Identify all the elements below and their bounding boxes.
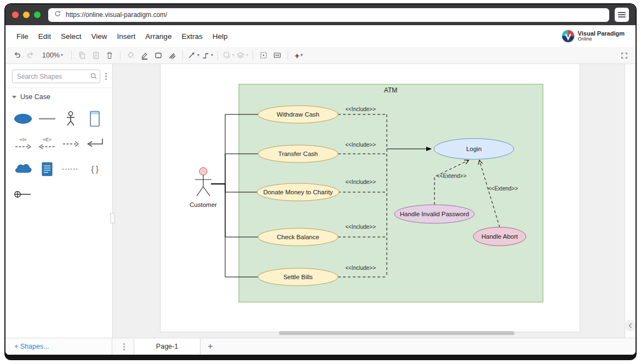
search-icon[interactable] [90,72,98,82]
svg-text:<<Extend>>: <<Extend>> [488,186,518,192]
shape-system-boundary[interactable] [83,109,107,129]
fullscreen-button[interactable] [618,49,630,62]
shape-provided-interface[interactable] [11,184,35,204]
layers-button[interactable]: ▾ [236,49,248,62]
collapse-panel-button[interactable] [625,320,636,331]
panel-options-icon[interactable] [103,72,109,81]
system-boundary-icon [84,111,105,127]
menu-extras[interactable]: Extras [181,32,202,41]
format-painter-button[interactable] [166,49,178,62]
shape-usecase-oval[interactable] [11,109,35,129]
actual-size-button[interactable] [271,49,283,62]
add-page-button[interactable]: + [201,338,220,355]
shadow-button[interactable]: ▾ [222,49,234,62]
menu-edit[interactable]: Edit [38,32,51,41]
shape-note[interactable] [35,159,59,179]
usecase-transfer-cash[interactable]: Transfer Cash [258,145,338,163]
usecase-withdraw-cash[interactable]: Withdraw Cash [258,106,338,123]
shapes-panel-footer: + Shapes... [5,338,112,355]
usecase-settle-bills[interactable]: Settle Bills [258,268,338,286]
fit-page-button[interactable] [257,49,270,62]
caret-down-icon: ▾ [246,53,248,57]
caret-down-icon: ▾ [300,53,302,57]
menu-help[interactable]: Help [213,32,228,41]
more-shapes-link[interactable]: + Shapes... [14,343,49,350]
diagram-page[interactable]: ATM Customer [160,64,580,332]
svg-text:<<Include>>: <<Include>> [345,142,376,148]
caret-down-icon: ▾ [61,53,63,57]
panel-resize-handle[interactable] [110,213,115,223]
menu-select[interactable]: Select [61,32,82,41]
menu-arrange[interactable]: Arrange [145,32,171,41]
browser-chrome: https://online.visual-paradigm.com/ [5,4,636,25]
section-use-case[interactable]: Use Case [5,88,112,105]
delete-button[interactable] [104,49,116,62]
horizontal-scrollbar[interactable] [279,331,514,335]
diagram-canvas[interactable]: ATM Customer [113,64,625,338]
line-color-button[interactable] [139,49,151,62]
shape-dotted-line[interactable] [59,159,83,179]
shape-association-line[interactable] [35,109,59,129]
caret-down-icon: ▾ [232,53,234,57]
menu-file[interactable]: File [16,32,28,41]
shape-anchor[interactable] [83,134,107,154]
browser-menu-button[interactable] [615,8,629,22]
plus-icon: + [208,341,213,352]
shape-include-relationship[interactable]: «I» [11,134,35,154]
actor-customer[interactable]: Customer [190,167,217,208]
redo-button[interactable] [25,49,37,62]
close-window-button[interactable] [12,11,19,18]
document-icon [91,51,100,60]
extend-arrow-icon: «E» [37,136,58,152]
visual-paradigm-logo-icon [561,29,575,43]
shape-style-button[interactable] [152,49,164,62]
anchor-arrow-icon [84,136,105,152]
arrow-style-button[interactable]: ▾ [187,49,199,62]
menu-bar: File Edit Select View Insert Arrange Ext… [5,25,636,47]
pin-icon [13,186,33,203]
svg-text:Check Balance: Check Balance [277,234,319,240]
usecase-handle-invalid-password[interactable]: Handle Invalid Password [394,205,474,223]
search-shapes-input[interactable] [12,70,100,83]
copy-button[interactable] [76,49,88,62]
page-list-handle[interactable] [112,338,134,355]
shape-dependency[interactable] [59,134,83,154]
zoom-select[interactable]: 100% ▾ [38,49,67,62]
undo-button[interactable] [11,49,23,62]
usecase-login[interactable]: Login [434,138,514,159]
shape-extend-relationship[interactable]: «E» [35,134,59,154]
zoom-window-button[interactable] [34,11,41,18]
usecase-donate-money[interactable]: Donate Money to Charity [257,183,339,201]
minimize-window-button[interactable] [23,11,30,18]
url-text: https://online.visual-paradigm.com/ [66,11,167,19]
drag-handle-icon [121,342,127,351]
collapse-caret-icon [12,96,16,99]
undo-icon [13,51,21,60]
page-tab-active[interactable]: Page-1 [134,338,201,355]
shape-collaboration[interactable] [11,159,35,179]
usecase-check-balance[interactable]: Check Balance [258,228,338,246]
window-controls [12,11,41,18]
reload-icon[interactable] [54,10,61,20]
address-bar[interactable]: https://online.visual-paradigm.com/ [48,8,609,22]
toolbar: 100% ▾ [5,47,636,64]
menu-insert[interactable]: Insert [117,32,136,41]
line-icon [37,111,58,127]
paste-button[interactable] [90,49,102,62]
hamburger-icon [618,11,626,18]
svg-text:<<Include>>: <<Include>> [345,265,376,271]
shape-palette: «I» «E» [5,105,112,209]
dashed-arrow-icon [60,136,81,152]
svg-text:<<Include>>: <<Include>> [345,179,376,185]
section-title: Use Case [20,93,50,101]
shape-constraint[interactable]: { } [83,159,107,179]
fill-color-button[interactable] [125,49,137,62]
usecase-handle-abort[interactable]: Handle Abort [473,227,526,246]
connector-style-button[interactable]: ▾ [201,49,213,62]
insert-shape-button[interactable]: + ▾ [293,49,305,62]
shape-actor[interactable] [59,109,83,129]
shadow-icon [222,51,231,60]
menu-view[interactable]: View [91,32,107,41]
svg-text:{ }: { } [91,165,99,174]
copy-icon [78,51,87,60]
